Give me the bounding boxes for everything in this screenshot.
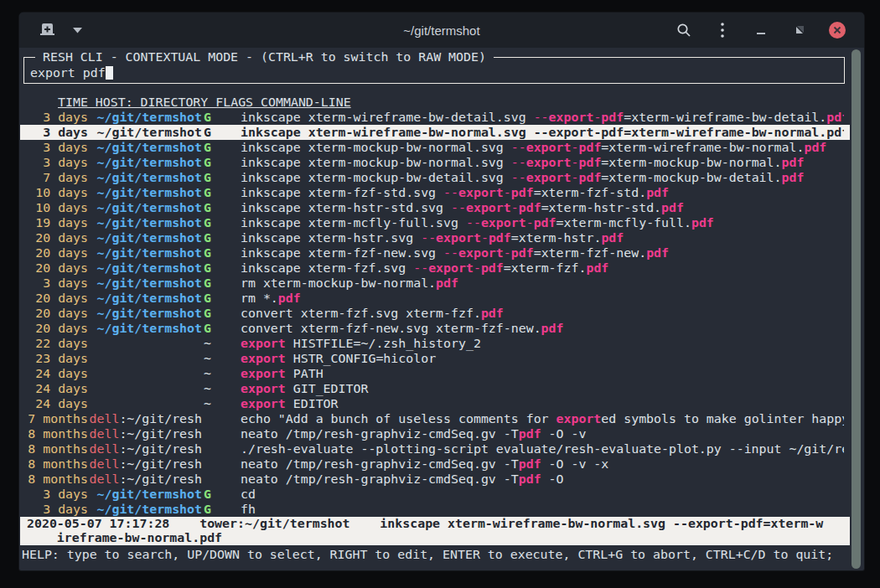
history-row[interactable]: 3 days~/git/termshotGinkscape xterm-wire…: [20, 125, 850, 140]
row-host: dell: [90, 456, 120, 472]
history-row[interactable]: 20 days~/git/termshotGconvert xterm-fzf-…: [20, 321, 850, 336]
command-segment: pdf: [481, 260, 504, 276]
new-tab-button[interactable]: [38, 21, 56, 39]
row-flags: ~: [202, 336, 219, 351]
row-time: 7 days: [28, 170, 88, 185]
row-flags: G: [202, 306, 219, 321]
history-row[interactable]: 8 monthsdell:~/git/reshneato /tmp/resh-g…: [20, 472, 850, 487]
command-segment: --: [443, 245, 458, 260]
command-segment: export: [556, 411, 602, 426]
command-segment: export: [526, 155, 572, 170]
command-segment: pdf: [519, 200, 541, 215]
command-segment: pdf: [601, 110, 624, 125]
command-segment: pdf: [541, 321, 564, 336]
row-directory: dell:~/git/resh: [88, 456, 202, 472]
row-flags: G: [202, 245, 219, 260]
history-row[interactable]: 24 days~export GIT_EDITOR: [20, 381, 850, 396]
row-directory: ~/git/termshot: [88, 185, 202, 200]
command-segment: -O: [541, 472, 564, 487]
tab-chooser-button[interactable]: [68, 21, 86, 39]
row-path: ~/git/termshot: [96, 125, 202, 140]
history-row[interactable]: 7 days~/git/termshotGinkscape xterm-mock…: [20, 170, 850, 185]
row-time: 24 days: [28, 366, 88, 381]
command-segment: -: [474, 260, 481, 276]
history-row[interactable]: 7 monthsdell:~/git/reshecho "Add a bunch…: [20, 411, 850, 426]
command-segment: export: [428, 260, 474, 276]
command-segment: pdf: [646, 185, 669, 200]
command-segment: =xterm-fzf-new.: [534, 245, 646, 260]
row-command: rm xterm-mockup-bw-normal.pdf: [241, 276, 844, 291]
command-segment: pdf: [578, 155, 601, 170]
row-directory: ~/git/termshot: [88, 170, 202, 185]
history-row[interactable]: 3 days~/git/termshotGinkscape xterm-wire…: [20, 110, 850, 125]
row-time: 8 months: [28, 472, 88, 487]
command-segment: inkscape xterm-mcfly-full.svg: [241, 215, 466, 230]
history-row[interactable]: 8 monthsdell:~/git/resh./resh-evaluate -…: [20, 441, 850, 456]
row-flags: G: [202, 170, 219, 185]
table-header: TIME HOST: DIRECTORY FLAGS COMMAND-LINE: [28, 95, 351, 110]
command-segment: ed symbols to make golinter happy": [601, 411, 844, 426]
row-command: inkscape xterm-wireframe-bw-detail.svg -…: [241, 110, 844, 125]
row-flags: G: [202, 276, 219, 291]
row-flags: G: [202, 502, 219, 517]
row-flags: G: [202, 215, 219, 230]
row-path: :~/git/resh: [119, 441, 202, 456]
row-time: 24 days: [28, 381, 88, 396]
row-directory: ~/git/termshot: [88, 291, 202, 306]
history-row[interactable]: 10 days~/git/termshotGinkscape xterm-fzf…: [20, 185, 850, 200]
command-segment: export: [526, 170, 572, 185]
history-row[interactable]: 3 days~/git/termshotGinkscape xterm-mock…: [20, 155, 850, 170]
menu-button[interactable]: [713, 21, 732, 39]
history-row[interactable]: 20 days~/git/termshotGinkscape xterm-fzf…: [20, 245, 850, 260]
history-row[interactable]: 3 days~/git/termshotGrm xterm-mockup-bw-…: [20, 276, 850, 291]
command-segment: inkscape xterm-mockup-bw-normal.svg: [241, 155, 511, 170]
command-segment: -: [526, 215, 534, 230]
history-row[interactable]: 22 days~export HISTFILE=~/.zsh_history_2: [20, 336, 850, 351]
history-row[interactable]: 3 days~/git/termshotGinkscape xterm-mock…: [20, 140, 850, 155]
close-button[interactable]: [829, 22, 846, 39]
restore-button[interactable]: [790, 21, 809, 39]
command-segment: --: [511, 140, 526, 155]
history-row[interactable]: 8 monthsdell:~/git/reshneato /tmp/resh-g…: [20, 426, 850, 441]
row-flags: G: [202, 291, 219, 306]
command-segment: =xterm-hstr.: [511, 230, 602, 245]
row-directory: [88, 366, 202, 381]
row-flags: G: [202, 200, 219, 215]
row-directory: ~/git/termshot: [88, 140, 202, 155]
command-segment: pdf: [511, 245, 534, 260]
command-segment: neato /tmp/resh-graphviz-cmdSeq.gv -T: [241, 456, 519, 472]
history-row[interactable]: 3 days~/git/termshotGfh: [20, 502, 850, 517]
history-row[interactable]: 23 days~export HSTR_CONFIG=hicolor: [20, 351, 850, 366]
command-segment: inkscape xterm-fzf-new.svg: [241, 245, 443, 260]
command-segment: export: [481, 215, 526, 230]
command-segment: echo "Add a bunch of useless comments fo…: [241, 411, 556, 426]
command-segment: neato /tmp/resh-graphviz-cmdSeq.gv -T: [241, 472, 519, 487]
history-row[interactable]: 10 days~/git/termshotGinkscape xterm-hst…: [20, 200, 850, 215]
row-flags: ~: [202, 396, 219, 411]
history-row[interactable]: 8 monthsdell:~/git/reshneato /tmp/resh-g…: [20, 456, 850, 472]
command-segment: =xterm-wireframe-bw-normal.: [624, 125, 826, 140]
row-command: inkscape xterm-mockup-bw-normal.svg --ex…: [241, 140, 844, 155]
minimize-button[interactable]: [752, 21, 770, 39]
row-command: inkscape xterm-fzf-std.svg --export-pdf=…: [241, 185, 844, 200]
row-directory: dell:~/git/resh: [88, 426, 202, 441]
row-path: ~/git/termshot: [96, 260, 202, 276]
history-row[interactable]: 20 days~/git/termshotGinkscape xterm-hst…: [20, 230, 850, 245]
history-row[interactable]: 20 days~/git/termshotGinkscape xterm-fzf…: [20, 260, 850, 276]
search-button[interactable]: [675, 21, 693, 39]
row-flags: G: [202, 260, 219, 276]
row-directory: [88, 351, 202, 366]
history-row[interactable]: 24 days~export EDITOR: [20, 396, 850, 411]
history-row[interactable]: 20 days~/git/termshotGrm *.pdf: [20, 291, 850, 306]
row-directory: ~/git/termshot: [88, 487, 202, 502]
history-row[interactable]: 19 days~/git/termshotGinkscape xterm-mcf…: [20, 215, 850, 230]
command-segment: -O -v -x: [541, 456, 609, 472]
scrollbar-thumb[interactable]: [852, 49, 861, 569]
command-segment: -: [511, 200, 519, 215]
search-input[interactable]: export pdf: [27, 64, 844, 80]
history-row[interactable]: 20 days~/git/termshotGconvert xterm-fzf.…: [20, 306, 850, 321]
history-row[interactable]: 24 days~export PATH: [20, 366, 850, 381]
row-time: 20 days: [28, 291, 88, 306]
history-row[interactable]: 3 days~/git/termshotGcd: [20, 487, 850, 502]
row-directory: dell:~/git/resh: [88, 441, 202, 456]
